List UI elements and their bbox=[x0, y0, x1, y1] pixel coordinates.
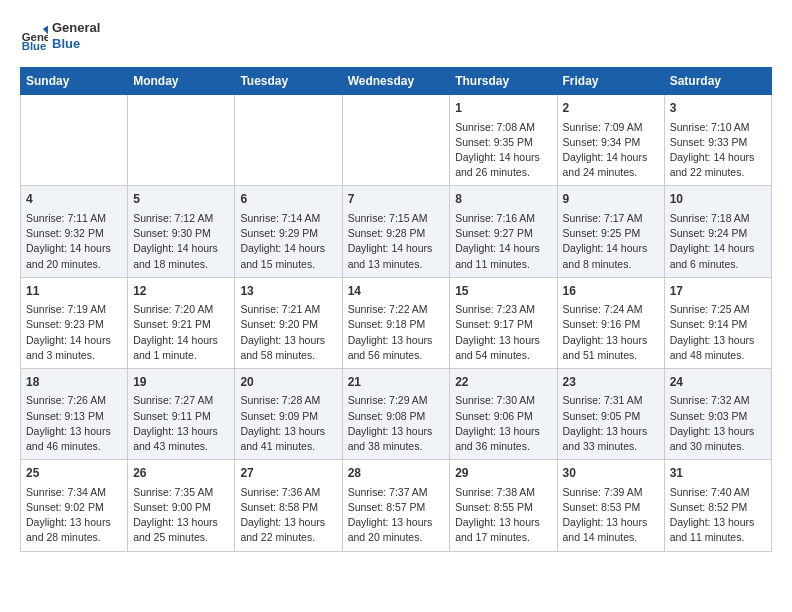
day-info-line: Daylight: 13 hours bbox=[348, 424, 445, 439]
day-info-line: Sunrise: 7:15 AM bbox=[348, 211, 445, 226]
weekday-header-wednesday: Wednesday bbox=[342, 68, 450, 95]
day-info-line: and 11 minutes. bbox=[455, 257, 551, 272]
page-header: General Blue GeneralBlue bbox=[20, 20, 772, 51]
calendar-week-row: 25Sunrise: 7:34 AMSunset: 9:02 PMDayligh… bbox=[21, 460, 772, 551]
calendar-cell: 31Sunrise: 7:40 AMSunset: 8:52 PMDayligh… bbox=[664, 460, 771, 551]
day-info-line: Sunrise: 7:23 AM bbox=[455, 302, 551, 317]
day-info-line: Daylight: 13 hours bbox=[563, 424, 659, 439]
calendar-cell bbox=[21, 95, 128, 186]
day-info-line: Daylight: 13 hours bbox=[348, 333, 445, 348]
day-info-line: and 8 minutes. bbox=[563, 257, 659, 272]
day-info-line: Daylight: 13 hours bbox=[455, 424, 551, 439]
day-info-line: Daylight: 13 hours bbox=[670, 333, 766, 348]
day-info-line: Sunset: 8:58 PM bbox=[240, 500, 336, 515]
day-info-line: Daylight: 13 hours bbox=[133, 424, 229, 439]
day-number: 16 bbox=[563, 283, 659, 300]
day-info-line: Daylight: 14 hours bbox=[563, 241, 659, 256]
day-info-line: Sunrise: 7:39 AM bbox=[563, 485, 659, 500]
day-info-line: and 6 minutes. bbox=[670, 257, 766, 272]
day-info-line: Sunrise: 7:31 AM bbox=[563, 393, 659, 408]
day-info-line: Sunset: 9:16 PM bbox=[563, 317, 659, 332]
day-info-line: Daylight: 13 hours bbox=[240, 515, 336, 530]
day-number: 24 bbox=[670, 374, 766, 391]
day-number: 7 bbox=[348, 191, 445, 208]
calendar-week-row: 1Sunrise: 7:08 AMSunset: 9:35 PMDaylight… bbox=[21, 95, 772, 186]
day-info-line: and 13 minutes. bbox=[348, 257, 445, 272]
day-info-line: Sunset: 9:24 PM bbox=[670, 226, 766, 241]
day-info-line: Sunset: 9:17 PM bbox=[455, 317, 551, 332]
day-number: 8 bbox=[455, 191, 551, 208]
day-info-line: Sunset: 9:08 PM bbox=[348, 409, 445, 424]
day-info-line: Sunrise: 7:26 AM bbox=[26, 393, 122, 408]
calendar-week-row: 18Sunrise: 7:26 AMSunset: 9:13 PMDayligh… bbox=[21, 368, 772, 459]
day-info-line: Sunset: 9:06 PM bbox=[455, 409, 551, 424]
day-info-line: and 15 minutes. bbox=[240, 257, 336, 272]
day-info-line: Daylight: 13 hours bbox=[26, 515, 122, 530]
day-info-line: and 51 minutes. bbox=[563, 348, 659, 363]
day-info-line: Sunset: 9:29 PM bbox=[240, 226, 336, 241]
day-info-line: and 17 minutes. bbox=[455, 530, 551, 545]
day-number: 2 bbox=[563, 100, 659, 117]
calendar-cell: 17Sunrise: 7:25 AMSunset: 9:14 PMDayligh… bbox=[664, 277, 771, 368]
calendar-week-row: 4Sunrise: 7:11 AMSunset: 9:32 PMDaylight… bbox=[21, 186, 772, 277]
logo: General Blue GeneralBlue bbox=[20, 20, 100, 51]
svg-text:Blue: Blue bbox=[22, 40, 47, 50]
day-number: 1 bbox=[455, 100, 551, 117]
day-info-line: and 46 minutes. bbox=[26, 439, 122, 454]
day-info-line: Sunset: 9:03 PM bbox=[670, 409, 766, 424]
day-info-line: and 30 minutes. bbox=[670, 439, 766, 454]
day-info-line: Sunrise: 7:14 AM bbox=[240, 211, 336, 226]
day-info-line: Daylight: 14 hours bbox=[348, 241, 445, 256]
day-info-line: Sunrise: 7:24 AM bbox=[563, 302, 659, 317]
logo-general: General bbox=[52, 20, 100, 36]
day-info-line: and 11 minutes. bbox=[670, 530, 766, 545]
day-info-line: Daylight: 14 hours bbox=[455, 241, 551, 256]
calendar-cell: 23Sunrise: 7:31 AMSunset: 9:05 PMDayligh… bbox=[557, 368, 664, 459]
day-info-line: Daylight: 13 hours bbox=[670, 424, 766, 439]
day-info-line: Sunset: 9:02 PM bbox=[26, 500, 122, 515]
day-info-line: and 58 minutes. bbox=[240, 348, 336, 363]
day-info-line: and 36 minutes. bbox=[455, 439, 551, 454]
day-info-line: and 28 minutes. bbox=[26, 530, 122, 545]
logo-blue: Blue bbox=[52, 36, 100, 52]
day-info-line: Sunset: 8:53 PM bbox=[563, 500, 659, 515]
day-info-line: Sunset: 9:20 PM bbox=[240, 317, 336, 332]
day-number: 28 bbox=[348, 465, 445, 482]
calendar-cell: 14Sunrise: 7:22 AMSunset: 9:18 PMDayligh… bbox=[342, 277, 450, 368]
day-info-line: and 18 minutes. bbox=[133, 257, 229, 272]
day-info-line: Sunset: 9:33 PM bbox=[670, 135, 766, 150]
day-info-line: and 22 minutes. bbox=[670, 165, 766, 180]
day-info-line: Sunset: 8:57 PM bbox=[348, 500, 445, 515]
day-number: 29 bbox=[455, 465, 551, 482]
day-info-line: Sunrise: 7:16 AM bbox=[455, 211, 551, 226]
day-info-line: Daylight: 13 hours bbox=[670, 515, 766, 530]
day-info-line: Sunrise: 7:28 AM bbox=[240, 393, 336, 408]
calendar-cell bbox=[342, 95, 450, 186]
day-info-line: Daylight: 14 hours bbox=[455, 150, 551, 165]
day-info-line: Sunset: 9:23 PM bbox=[26, 317, 122, 332]
day-info-line: Sunset: 9:14 PM bbox=[670, 317, 766, 332]
day-info-line: Daylight: 13 hours bbox=[240, 424, 336, 439]
day-number: 21 bbox=[348, 374, 445, 391]
day-info-line: and 41 minutes. bbox=[240, 439, 336, 454]
calendar-cell: 8Sunrise: 7:16 AMSunset: 9:27 PMDaylight… bbox=[450, 186, 557, 277]
weekday-header-tuesday: Tuesday bbox=[235, 68, 342, 95]
day-info-line: and 54 minutes. bbox=[455, 348, 551, 363]
calendar-cell: 20Sunrise: 7:28 AMSunset: 9:09 PMDayligh… bbox=[235, 368, 342, 459]
day-number: 22 bbox=[455, 374, 551, 391]
day-info-line: Sunset: 9:00 PM bbox=[133, 500, 229, 515]
day-info-line: Sunrise: 7:08 AM bbox=[455, 120, 551, 135]
calendar-cell: 10Sunrise: 7:18 AMSunset: 9:24 PMDayligh… bbox=[664, 186, 771, 277]
day-info-line: Sunset: 9:11 PM bbox=[133, 409, 229, 424]
calendar-cell: 27Sunrise: 7:36 AMSunset: 8:58 PMDayligh… bbox=[235, 460, 342, 551]
weekday-header-thursday: Thursday bbox=[450, 68, 557, 95]
day-info-line: Sunrise: 7:40 AM bbox=[670, 485, 766, 500]
day-info-line: Sunset: 9:21 PM bbox=[133, 317, 229, 332]
calendar-cell: 29Sunrise: 7:38 AMSunset: 8:55 PMDayligh… bbox=[450, 460, 557, 551]
day-number: 5 bbox=[133, 191, 229, 208]
day-info-line: Sunset: 9:34 PM bbox=[563, 135, 659, 150]
day-info-line: and 33 minutes. bbox=[563, 439, 659, 454]
day-info-line: and 20 minutes. bbox=[348, 530, 445, 545]
day-info-line: Daylight: 13 hours bbox=[26, 424, 122, 439]
logo-icon: General Blue bbox=[20, 22, 48, 50]
